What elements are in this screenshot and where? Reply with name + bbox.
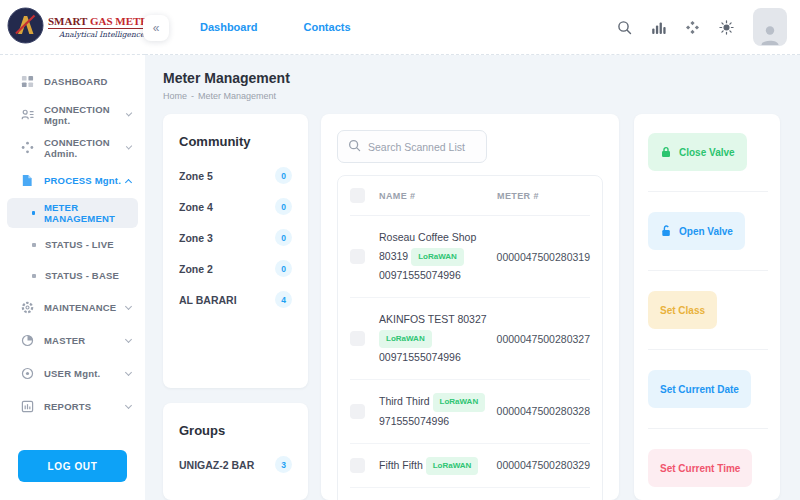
sidebar-item-label: STATUS - BASE [45,270,119,281]
search-input[interactable] [368,141,476,153]
name-cell: AKINFOS TEST 80327 LoRaWAN 0097155507499… [379,310,497,367]
action-button-label: Set Current Date [660,384,739,395]
header-icons [617,8,787,46]
select-all-checkbox[interactable] [350,188,365,203]
community-item[interactable]: Zone 20 [179,253,292,284]
meter-number: 0000047500280329 [497,459,590,471]
bullet-icon [32,211,35,215]
count-badge: 0 [275,260,292,277]
brand-tagline: Analytical Intelligence [48,28,156,39]
community-item[interactable]: AL BARARI4 [179,284,292,315]
row-checkbox[interactable] [350,458,365,473]
actions-column: Close ValveOpen ValveSet ClassSet Curren… [634,114,780,500]
gear-icon [20,301,44,315]
search-icon[interactable] [617,20,632,35]
sidebar-item-label: MAINTENANCE [44,302,116,313]
search-icon [348,138,361,156]
sidebar-item-user-mgnt[interactable]: USER Mgnt. [0,357,145,390]
sidebar-item-label: METER MANAGEMENT [44,202,124,224]
sidebar-item-reports[interactable]: REPORTS [0,390,145,423]
set-current-time-button[interactable]: Set Current Time [648,449,752,487]
community-panel: Community Zone 50Zone 40Zone 30Zone 20AL… [163,114,308,388]
sidebar-collapse-button[interactable]: « [143,15,169,41]
sidebar-item-connection-admin[interactable]: CONNECTION Admin. [0,131,145,164]
sidebar-item-master[interactable]: MASTER [0,324,145,357]
file-icon [20,174,44,188]
bar-chart-icon[interactable] [651,20,666,35]
action-button-label: Set Class [660,305,705,316]
community-list: Zone 50Zone 40Zone 30Zone 20AL BARARI4 [179,160,292,315]
set-class-button[interactable]: Set Class [648,291,717,329]
dots-icon [20,141,44,155]
name-cell: Roseau Coffee Shop 80319 LoRaWAN 0097155… [379,228,497,285]
close-valve-button[interactable]: Close Valve [648,133,747,171]
count-badge: 0 [275,167,292,184]
logout-button[interactable]: LOG OUT [18,450,127,482]
meter-number: 0000047500280328 [497,405,590,417]
count-badge: 3 [275,456,292,473]
sidebar-item-dashboard[interactable]: DASHBOARD [0,65,145,98]
breadcrumb-separator: - [191,91,194,101]
meter-name: Third Third [379,395,430,407]
lorawan-badge: LoRaWAN [426,457,479,475]
app-window: SMART GAS METER Analytical Intelligence … [0,0,800,500]
name-cell: Third Third LoRaWAN 971555074996 [379,392,497,430]
sidebar-item-status-live[interactable]: STATUS - LIVE [0,229,145,260]
set-current-date-button[interactable]: Set Current Date [648,370,751,408]
page-header: Meter Management Home-Meter Management [163,70,800,101]
chevron-down-icon [125,335,132,342]
divider [648,428,768,429]
sidebar-item-label: MASTER [44,335,85,346]
community-item[interactable]: Zone 30 [179,222,292,253]
community-item[interactable]: Zone 40 [179,191,292,222]
count-badge: 0 [275,229,292,246]
sidebar-item-label: USER Mgnt. [44,368,100,379]
sidebar-item-connection-mgnt[interactable]: CONNECTION Mgnt. [0,98,145,131]
apps-icon[interactable] [685,20,700,35]
sidebar-item-process-mgnt[interactable]: PROCESS Mgnt. [0,164,145,197]
open-valve-button[interactable]: Open Valve [648,212,745,250]
sidebar-item-maintenance[interactable]: MAINTENANCE [0,291,145,324]
zone-name: UNIGAZ-2 BAR [179,459,254,471]
meter-number: 0000047500280319 [497,251,590,263]
sidebar-item-label: STATUS - LIVE [45,239,114,250]
scanned-list-panel: NAME # METER # Roseau Coffee Shop 80319 … [321,114,619,500]
lock-open-icon [660,225,672,237]
community-item[interactable]: Zone 50 [179,160,292,191]
divider [648,270,768,271]
action-button-label: Set Current Time [660,463,740,474]
chevron-down-icon [125,401,132,408]
lorawan-badge: LoRaWAN [379,330,432,348]
groups-list: UNIGAZ-2 BAR3 [179,449,292,480]
brand-wordmark: SMART GAS METER Analytical Intelligence [48,15,156,39]
row-checkbox[interactable] [350,249,365,264]
chevron-down-icon [125,302,132,309]
brightness-icon[interactable] [719,20,734,35]
row-checkbox[interactable] [350,331,365,346]
filters-column: Community Zone 50Zone 40Zone 30Zone 20AL… [163,114,308,500]
search-box [337,130,487,163]
scanned-list-column: NAME # METER # Roseau Coffee Shop 80319 … [321,114,619,500]
main-area: « DashboardContacts Meter Management Hom… [145,0,800,500]
sidebar-item-meter-management[interactable]: METER MANAGEMENT [7,198,138,228]
bullet-icon [32,274,36,278]
top-nav-contacts[interactable]: Contacts [303,21,350,33]
lorawan-badge: LoRaWAN [433,393,486,411]
users-icon [20,108,44,122]
top-nav-dashboard[interactable]: Dashboard [200,21,257,33]
table-row: Fifth Fifth LoRaWAN0000047500280329 [350,444,590,488]
columns: Community Zone 50Zone 40Zone 30Zone 20AL… [163,114,800,500]
count-badge: 0 [275,198,292,215]
column-name-header: NAME # [379,191,497,201]
sidebar-item-status-base[interactable]: STATUS - BASE [0,260,145,291]
phone-number: 971555074996 [379,415,449,427]
phone-number: 00971555074996 [379,351,461,363]
action-button-label: Open Valve [679,226,733,237]
group-item[interactable]: UNIGAZ-2 BAR3 [179,449,292,480]
row-checkbox[interactable] [350,404,365,419]
breadcrumb-home[interactable]: Home [163,91,187,101]
zone-name: Zone 2 [179,263,213,275]
sidebar-menu: DASHBOARDCONNECTION Mgnt.CONNECTION Admi… [0,55,145,438]
user-avatar[interactable] [753,8,787,46]
zone-name: Zone 5 [179,170,213,182]
